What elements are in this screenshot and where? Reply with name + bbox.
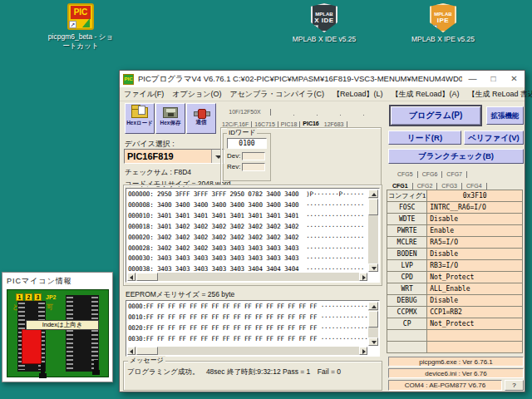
config-value[interactable]: INTRC__RA6=I/O <box>427 202 523 214</box>
eeprom-dump[interactable]: 0000:FF FF FF FF FF FF FF FF FF FF FF FF… <box>126 300 380 357</box>
hex-line: 000000: 2950 3FFF 3FFF 3FFF 2950 0782 34… <box>128 190 367 200</box>
menu-file[interactable]: ファイル(F) <box>120 89 168 100</box>
read-button[interactable]: リード(R) <box>388 131 461 145</box>
tab-cfg1[interactable]: CFG1 <box>388 183 413 190</box>
menu-reload[interactable]: 【ReLoad】(L) <box>328 89 387 100</box>
config-value[interactable]: CCP1=RB2 <box>427 307 523 318</box>
device-select-value: PIC16F819 <box>125 150 211 163</box>
tab-empty[interactable] <box>318 115 341 116</box>
hex-line: 0030:FF FF FF FF FF FF FF FF FF FF FF FF… <box>128 334 367 345</box>
tab-empty[interactable] <box>271 115 294 116</box>
extended-features-button[interactable]: 拡張機能 <box>486 106 524 125</box>
pic-programmer-window: PIC PICプログラマV4 V6.76.1 C:¥02-PIC¥PIC¥MPA… <box>119 70 525 392</box>
tab-cfg7[interactable]: CFG7 <box>442 171 467 178</box>
horizontal-scrollbar[interactable] <box>127 273 367 281</box>
menu-generate-reload-write[interactable]: 【生成 ReLoad 書込】(S) <box>464 89 532 100</box>
scroll-up-icon[interactable] <box>368 302 378 310</box>
menu-options[interactable]: オプション(O) <box>168 89 225 100</box>
close-button[interactable]: ✕ <box>504 71 525 87</box>
tab-empty[interactable] <box>341 115 364 116</box>
info-window-title: PICマイコン情報 <box>2 273 112 287</box>
scroll-down-icon[interactable] <box>368 264 378 272</box>
config-value[interactable]: RA5=I/O <box>427 237 523 249</box>
dev-row: Dev: <box>227 152 265 160</box>
cfg-tab-row-2: CFG1 CFG2 CFG3 CFG4 <box>388 178 487 190</box>
vertical-scrollbar[interactable] <box>368 302 378 346</box>
tab-cfg5[interactable]: CFG5 <box>393 171 418 178</box>
config-word-value: 0x3F10 <box>427 190 523 202</box>
vertical-scrollbar[interactable] <box>368 190 378 272</box>
config-name: CP <box>387 318 427 330</box>
config-value[interactable]: Not_Protect <box>427 318 523 330</box>
family-tab-row-1: 10F/12F50X <box>219 103 382 116</box>
desktop-icon-label: MPLAB X IDE v5.25 <box>287 35 362 44</box>
scroll-down-icon[interactable] <box>368 337 378 346</box>
tab-empty[interactable] <box>294 115 318 116</box>
config-value[interactable] <box>427 330 523 342</box>
desktop-icon-mplab-ipe[interactable]: MPLAB IPE ↗ MPLAB X IPE v5.25 <box>406 3 480 44</box>
config-value[interactable]: Disable <box>427 214 523 225</box>
config-name: FOSC <box>387 202 427 214</box>
scroll-left-icon[interactable] <box>127 347 135 355</box>
config-value[interactable]: RB3=I/O <box>427 260 523 272</box>
config-value[interactable]: ALL_Enable <box>427 283 523 295</box>
communication-button[interactable]: 通信 <box>186 103 216 134</box>
config-header-row: コンフィグ1 0x3F10 <box>387 190 523 202</box>
index-orientation-note: Indexは上向き <box>26 320 99 330</box>
config-value[interactable]: Disable <box>427 295 523 307</box>
id-word-field[interactable]: 0100 <box>227 138 267 149</box>
desktop-icon-picpgm6[interactable]: PIC ↗ picpgm6_beta - ショートカット <box>47 3 114 51</box>
code-memory-dump[interactable]: 000000: 2950 3FFF 3FFF 3FFF 2950 0782 34… <box>126 188 380 283</box>
toolbar-label: Hex保存 <box>156 120 185 127</box>
exe-version-bar: picpgm6.exe : Ver 6.76.1 <box>388 357 524 367</box>
verify-button[interactable]: ベリファイ(V) <box>464 131 524 145</box>
pic-icon-text: PIC <box>71 6 91 19</box>
config-value[interactable] <box>427 342 523 353</box>
program-button[interactable]: プログラム(P) <box>389 105 482 126</box>
config-name: WDTE <box>387 214 427 225</box>
hex-line: 0020:FF FF FF FF FF FF FF FF FF FF FF FF… <box>128 323 367 334</box>
tab-cfg4[interactable]: CFG4 <box>462 183 487 190</box>
toolbar-label: Hexロード <box>126 120 154 127</box>
tab-cfg6[interactable]: CFG6 <box>418 171 443 178</box>
toolbar-label: 通信 <box>187 119 215 126</box>
checksum-label: チェックサム : F8D4 <box>125 168 191 178</box>
scrollbar-thumb[interactable] <box>368 311 378 328</box>
scrollbar-thumb[interactable] <box>368 199 378 215</box>
help-button[interactable]: ? <box>505 380 524 391</box>
config-value[interactable]: Disable <box>427 249 523 260</box>
shortcut-overlay-icon: ↗ <box>311 25 318 32</box>
tab-cfg2[interactable]: CFG2 <box>413 183 438 190</box>
minimize-button[interactable]: — <box>462 71 483 87</box>
pic-info-window: PICマイコン情報 1 2 3 JP2 どちらでも可 Indexは上向き <box>2 272 113 382</box>
hex-load-button[interactable]: Hexロード <box>125 103 155 134</box>
menu-assembler-compiler[interactable]: アセンブラ・コンパイラ(C) <box>225 89 328 100</box>
scroll-right-icon[interactable] <box>359 347 367 355</box>
blank-check-button[interactable]: ブランクチェック(B) <box>388 149 524 164</box>
scrollbar-thumb[interactable] <box>136 273 158 281</box>
scroll-left-icon[interactable] <box>127 273 135 281</box>
maximize-button[interactable]: □ <box>483 71 504 87</box>
horizontal-scrollbar[interactable] <box>127 347 367 355</box>
table-row: LVPRB3=I/O <box>387 260 523 272</box>
programming-status-text: プログラミング成功。 48sec 終了時刻:9:32:12 Pass = 1 F… <box>127 367 341 377</box>
scroll-up-icon[interactable] <box>368 190 378 198</box>
config-value[interactable]: Enable <box>427 225 523 237</box>
tab-cfg3[interactable]: CFG3 <box>437 183 462 190</box>
open-folder-icon <box>131 107 148 118</box>
shortcut-overlay-icon: ↗ <box>430 25 437 32</box>
config-value[interactable]: Not_Protect <box>427 272 523 283</box>
pic-chip <box>22 329 42 364</box>
lever-left <box>41 363 45 375</box>
hex-save-button[interactable]: Hex保存 <box>155 103 185 134</box>
hex-line: 000020: 3402 3402 3402 3402 3402 3402 34… <box>128 233 367 244</box>
tab-10f-12f50x[interactable]: 10F/12F50X <box>219 109 271 116</box>
table-row: WRTALL_Enable <box>387 283 523 295</box>
table-row: WDTEDisable <box>387 214 523 225</box>
scrollbar-thumb[interactable] <box>136 347 158 355</box>
menu-generate-reload[interactable]: 【生成 ReLoad】(A) <box>387 89 464 100</box>
device-select-combobox[interactable]: PIC16F819 <box>124 149 224 164</box>
scroll-right-icon[interactable] <box>359 273 367 281</box>
table-row: CPNot_Protect <box>387 318 523 330</box>
desktop-icon-mplab-ide[interactable]: MPLAB X IDE ↗ MPLAB X IDE v5.25 <box>287 3 362 44</box>
